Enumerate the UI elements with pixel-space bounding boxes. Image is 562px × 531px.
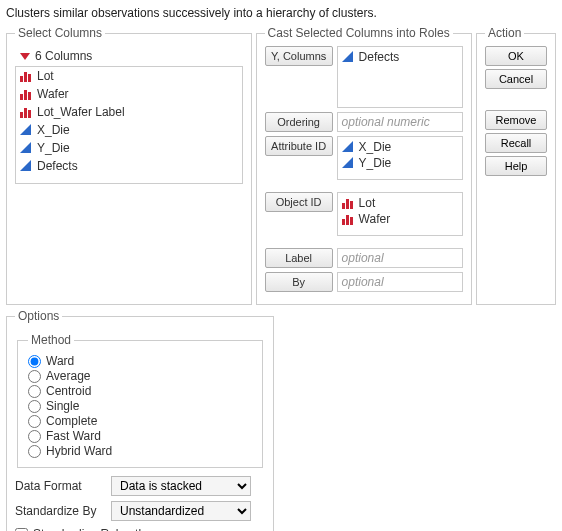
remove-button[interactable]: Remove	[485, 110, 547, 130]
role-item-label: Defects	[359, 50, 400, 64]
list-item-label: X_Die	[37, 123, 70, 137]
triangle-icon	[342, 141, 354, 153]
option-check-row[interactable]: Standardize Robustly	[15, 527, 265, 531]
method-radio-row[interactable]: Fast Ward	[28, 429, 252, 443]
cast-roles-group: Cast Selected Columns into Roles Y, Colu…	[256, 26, 472, 305]
role-button[interactable]: Label	[265, 248, 333, 268]
method-group: Method WardAverageCentroidSingleComplete…	[17, 333, 263, 468]
list-item-label: Lot	[37, 69, 54, 83]
select-columns-legend: Select Columns	[15, 26, 105, 40]
option-check-label: Standardize Robustly	[33, 527, 147, 531]
method-radio[interactable]	[28, 400, 41, 413]
method-label: Average	[46, 369, 90, 383]
list-item[interactable]: Defects	[16, 157, 242, 175]
columns-listbox[interactable]: LotWaferLot_Wafer LabelX_DieY_DieDefects	[15, 66, 243, 184]
method-radio-row[interactable]: Average	[28, 369, 252, 383]
role-item-label: Y_Die	[359, 156, 392, 170]
column-count-header[interactable]: 6 Columns	[15, 46, 243, 66]
role-item-label: X_Die	[359, 140, 392, 154]
role-dropzone[interactable]: LotWafer	[337, 192, 463, 236]
role-button[interactable]: By	[265, 272, 333, 292]
role-item[interactable]: Defects	[342, 49, 458, 65]
role-dropzone[interactable]: optional	[337, 272, 463, 292]
ok-button[interactable]: OK	[485, 46, 547, 66]
actions-legend: Action	[485, 26, 524, 40]
method-radio[interactable]	[28, 415, 41, 428]
role-placeholder: optional	[342, 275, 384, 289]
actions-group: Action OK Cancel Remove Recall Help	[476, 26, 556, 305]
method-label: Single	[46, 399, 79, 413]
role-item[interactable]: Wafer	[342, 211, 458, 227]
bars-icon	[342, 213, 354, 225]
method-radio-row[interactable]: Hybrid Ward	[28, 444, 252, 458]
list-item[interactable]: Y_Die	[16, 139, 242, 157]
role-button[interactable]: Attribute ID	[265, 136, 333, 156]
method-radio-row[interactable]: Ward	[28, 354, 252, 368]
help-button[interactable]: Help	[485, 156, 547, 176]
method-radio[interactable]	[28, 430, 41, 443]
role-button[interactable]: Object ID	[265, 192, 333, 212]
options-group: Options Method WardAverageCentroidSingle…	[6, 309, 274, 531]
list-item-label: Lot_Wafer Label	[37, 105, 125, 119]
cast-roles-legend: Cast Selected Columns into Roles	[265, 26, 453, 40]
select-columns-group: Select Columns 6 Columns LotWaferLot_Waf…	[6, 26, 252, 305]
cancel-button[interactable]: Cancel	[485, 69, 547, 89]
list-item-label: Defects	[37, 159, 78, 173]
role-item-label: Lot	[359, 196, 376, 210]
method-label: Ward	[46, 354, 74, 368]
role-placeholder: optional numeric	[342, 115, 430, 129]
triangle-icon	[20, 142, 32, 154]
recall-button[interactable]: Recall	[485, 133, 547, 153]
list-item[interactable]: Lot	[16, 67, 242, 85]
role-row: Orderingoptional numeric	[265, 112, 463, 132]
option-checkbox[interactable]	[15, 528, 28, 532]
method-radio-row[interactable]: Single	[28, 399, 252, 413]
data-format-label: Data Format	[15, 479, 99, 493]
role-button[interactable]: Y, Columns	[265, 46, 333, 66]
list-item[interactable]: Wafer	[16, 85, 242, 103]
dropdown-icon	[19, 50, 31, 62]
role-row: Labeloptional	[265, 248, 463, 268]
role-item[interactable]: Lot	[342, 195, 458, 211]
list-item[interactable]: X_Die	[16, 121, 242, 139]
method-label: Hybrid Ward	[46, 444, 112, 458]
method-label: Fast Ward	[46, 429, 101, 443]
method-radio-row[interactable]: Centroid	[28, 384, 252, 398]
method-radio[interactable]	[28, 385, 41, 398]
options-legend: Options	[15, 309, 62, 323]
role-row: Object IDLotWafer	[265, 192, 463, 236]
method-label: Complete	[46, 414, 97, 428]
method-legend: Method	[28, 333, 74, 347]
role-row: Byoptional	[265, 272, 463, 292]
bars-icon	[20, 106, 32, 118]
list-item-label: Wafer	[37, 87, 69, 101]
column-count-text: 6 Columns	[35, 49, 92, 63]
role-row: Y, ColumnsDefects	[265, 46, 463, 108]
role-row: Attribute IDX_DieY_Die	[265, 136, 463, 180]
method-radio-row[interactable]: Complete	[28, 414, 252, 428]
triangle-icon	[20, 160, 32, 172]
method-radio[interactable]	[28, 370, 41, 383]
method-radio[interactable]	[28, 355, 41, 368]
list-item[interactable]: Lot_Wafer Label	[16, 103, 242, 121]
triangle-icon	[20, 124, 32, 136]
list-item-label: Y_Die	[37, 141, 70, 155]
role-placeholder: optional	[342, 251, 384, 265]
method-radio[interactable]	[28, 445, 41, 458]
role-item[interactable]: Y_Die	[342, 155, 458, 171]
bars-icon	[20, 88, 32, 100]
description-text: Clusters similar observations successive…	[6, 6, 556, 20]
role-dropzone[interactable]: optional	[337, 248, 463, 268]
triangle-icon	[342, 157, 354, 169]
triangle-icon	[342, 51, 354, 63]
role-button[interactable]: Ordering	[265, 112, 333, 132]
standardize-by-label: Standardize By	[15, 504, 99, 518]
data-format-select[interactable]: Data is stacked	[111, 476, 251, 496]
bars-icon	[342, 197, 354, 209]
role-dropzone[interactable]: Defects	[337, 46, 463, 108]
standardize-by-select[interactable]: Unstandardized	[111, 501, 251, 521]
role-dropzone[interactable]: X_DieY_Die	[337, 136, 463, 180]
role-item-label: Wafer	[359, 212, 391, 226]
role-dropzone[interactable]: optional numeric	[337, 112, 463, 132]
role-item[interactable]: X_Die	[342, 139, 458, 155]
